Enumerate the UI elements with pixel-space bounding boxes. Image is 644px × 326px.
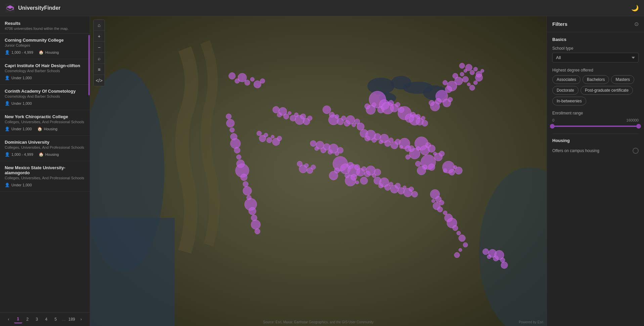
svg-point-122 [300,114,306,119]
svg-point-22 [474,81,478,85]
school-card-1[interactable]: Capri Institute Of Hair Design-clifton C… [0,59,90,85]
topbar-right: 🌙 [631,4,639,12]
filter-title: Filters [552,21,567,27]
postgrad-button[interactable]: Post-graduate certificate [581,86,633,95]
page-4-button[interactable]: 4 [42,315,50,323]
svg-point-126 [226,119,234,127]
school-type-4: Colleges, Universities, And Professional… [5,145,85,149]
svg-rect-1 [13,7,13,9]
enrollment-meta-2: 👤 Under 1,000 [5,101,32,106]
svg-point-64 [459,248,462,252]
housing-meta-3: 🏠 Housing [37,127,57,131]
school-meta-1: 👤 Under 1,000 [5,76,85,80]
school-list[interactable]: Corning Community College Junior College… [0,34,90,312]
filter-search-icon[interactable]: ⊙ [634,21,639,27]
school-type-3: Colleges, Universities, And Professional… [5,120,85,124]
school-name-4: Dominican University [5,140,85,145]
scroll-indicator [88,35,90,95]
school-type-1: Cosmetology And Barber Schools [5,69,85,73]
filter-content: Basics School type All Junior Colleges C… [547,32,644,158]
code-button[interactable]: </> [94,75,104,86]
doctorate-button[interactable]: Doctorate [552,86,578,95]
svg-point-72 [395,102,400,107]
svg-point-62 [459,235,465,241]
school-card-3[interactable]: New York Chiropractic College Colleges, … [0,110,90,136]
school-type-5: Colleges, Universities, And Professional… [5,176,85,180]
map-attribution: Source: Esri, Maxar, Earthstar Geographi… [263,320,374,324]
enrollment-range-section: Enrollment range 0 160000 [552,111,639,127]
svg-point-16 [462,76,468,82]
last-page-button[interactable]: 189 [68,315,76,323]
page-5-button[interactable]: 5 [52,315,60,323]
svg-point-56 [437,207,443,212]
enrollment-value-2: Under 1,000 [11,101,32,105]
school-type-dropdown[interactable]: All Junior Colleges Cosmetology And Barb… [552,53,639,62]
school-type-2: Cosmetology And Barber Schools [5,94,85,98]
svg-point-57 [443,211,447,215]
masters-button[interactable]: Masters [611,75,634,84]
map-container[interactable]: ⌂ + − ⌕ ≡ </> Source: Esri, Maxar, Earth… [90,16,547,326]
school-card-4[interactable]: Dominican University Colleges, Universit… [0,136,90,161]
svg-point-114 [273,106,280,113]
main-layout: Results 4706 universities found within t… [0,16,644,326]
svg-point-127 [230,128,234,132]
page-3-button[interactable]: 3 [33,315,41,323]
svg-point-189 [474,67,478,71]
layers-button[interactable]: ≡ [94,64,104,75]
school-card-2[interactable]: Corinth Academy Of Cosmetology Cosmetolo… [0,85,90,110]
filter-panel: Filters ⊙ Basics School type All Junior … [547,16,644,326]
enrollment-value-1: Under 1,000 [11,76,32,80]
home-tool-button[interactable]: ⌂ [94,20,104,31]
svg-point-185 [459,63,465,68]
associates-button[interactable]: Associates [552,75,581,84]
svg-point-179 [395,183,400,188]
svg-point-95 [357,123,364,130]
range-values: 0 160000 [552,118,639,122]
svg-point-129 [230,138,241,148]
school-card-0[interactable]: Corning Community College Junior College… [0,34,90,59]
dark-mode-icon[interactable]: 🌙 [631,4,639,12]
search-tool-button[interactable]: ⌕ [94,53,104,64]
next-page-button[interactable]: › [77,315,85,323]
enrollment-meta-1: 👤 Under 1,000 [5,76,32,80]
person-icon-5: 👤 [5,183,10,187]
range-thumb-right[interactable] [636,124,641,129]
svg-point-21 [469,85,475,90]
svg-point-136 [243,186,252,195]
in-betweenies-button[interactable]: In-betweenies [552,97,586,105]
page-2-button[interactable]: 2 [24,315,32,323]
svg-point-164 [310,140,316,146]
svg-point-139 [249,207,256,215]
housing-section: Housing Offers on campus housing [552,134,639,154]
school-meta-2: 👤 Under 1,000 [5,101,85,106]
campus-housing-toggle[interactable] [633,148,639,154]
enrollment-value-3: Under 1,000 [11,127,32,131]
svg-point-63 [463,242,468,247]
prev-page-button[interactable]: ‹ [5,315,13,323]
zoom-out-button[interactable]: − [94,42,104,53]
house-icon-0: 🏠 [39,50,44,55]
range-thumb-left[interactable] [550,124,555,129]
housing-meta-0: 🏠 Housing [39,50,59,55]
svg-point-88 [335,114,339,119]
school-meta-4: 👤 1,000 - 4,999 🏠 Housing [5,152,85,157]
svg-point-102 [361,167,366,171]
svg-point-106 [374,169,381,176]
enrollment-meta-5: 👤 Under 1,000 [5,183,32,187]
bachelors-button[interactable]: Bachelors [583,75,609,84]
topbar-left: UniversityFinder [5,3,60,13]
housing-label-4: Housing [45,152,59,156]
topbar: UniversityFinder 🌙 [0,0,644,16]
results-title: Results [5,21,85,26]
svg-point-61 [457,231,461,235]
range-track [552,126,639,127]
zoom-in-button[interactable]: + [94,31,104,42]
school-type-0: Junior Colleges [5,43,85,47]
svg-point-149 [260,79,265,83]
svg-point-145 [238,73,247,82]
school-name-0: Corning Community College [5,38,85,43]
page-1-button[interactable]: 1 [14,315,22,323]
svg-point-188 [470,70,474,75]
school-name-5: New Mexico State University-alamogordo [5,165,85,175]
school-card-5[interactable]: New Mexico State University-alamogordo C… [0,161,90,192]
